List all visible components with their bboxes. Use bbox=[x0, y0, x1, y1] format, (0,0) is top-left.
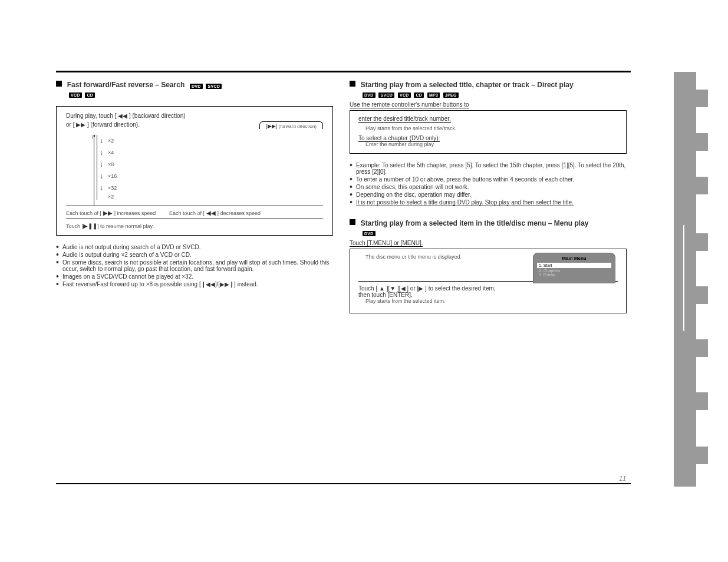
down-arrow-icon: ↓ bbox=[100, 135, 103, 147]
badge: DVD bbox=[190, 84, 203, 89]
diagram-text: During play, touch [ bbox=[66, 113, 116, 119]
diagram-text: Each touch of [ bbox=[169, 210, 205, 216]
menu-item: 2. Chapters bbox=[537, 269, 611, 273]
note-item: Audio is not output during search of a D… bbox=[62, 244, 201, 250]
up-arrow-icon: ▲ bbox=[379, 285, 385, 292]
note-item: On some discs, this operation will not w… bbox=[356, 184, 469, 190]
badge: DVD bbox=[363, 231, 375, 236]
down-arrow-icon: ↓ bbox=[100, 147, 103, 158]
thumb-tab[interactable] bbox=[696, 339, 708, 357]
thumb-tab[interactable] bbox=[696, 286, 708, 304]
diagram-text: ] decreases speed bbox=[218, 210, 261, 216]
search-diagram: During play, touch [ ◀◀ ] (backward dire… bbox=[56, 106, 333, 236]
note-item: Fast reverse/Fast forward up to ×8 is po… bbox=[62, 281, 258, 287]
badge: CD bbox=[414, 92, 424, 98]
menu-title: Main Menu bbox=[537, 256, 611, 261]
step-line: enter the desired title/track number. bbox=[358, 115, 451, 123]
square-bullet-icon bbox=[350, 219, 355, 225]
diagram-text: ] (backward direction) bbox=[129, 113, 186, 119]
menu-item: 1. Start bbox=[537, 263, 611, 268]
badge-row-bottom: VCD CD bbox=[69, 91, 333, 98]
diagram-text: or [ bbox=[66, 121, 74, 128]
thumb-index-sidebar bbox=[674, 72, 696, 487]
forward-icon: ▶▶ bbox=[268, 123, 276, 129]
badge-row-top: DVD SVCD bbox=[190, 82, 223, 89]
down-arrow-icon: ↓ bbox=[100, 182, 103, 194]
badge: DVD bbox=[363, 92, 375, 98]
down-arrow-icon: ↓ bbox=[100, 158, 103, 170]
section-heading: Starting play from a selected title, cha… bbox=[350, 81, 627, 89]
note-item: Example: To select the 5th chapter, pres… bbox=[356, 162, 627, 175]
bullet-icon: • bbox=[350, 199, 353, 206]
section-heading: Fast forward/Fast reverse – Search DVD S… bbox=[56, 81, 333, 89]
down-arrow-icon: ↓ bbox=[100, 170, 103, 182]
thumb-tab[interactable] bbox=[696, 133, 708, 151]
instruction-box: The disc menu or title menu is displayed… bbox=[350, 249, 627, 313]
forward-icon: ▶▶ bbox=[76, 121, 85, 128]
badge-row: DVD SVCD VCD CD MP3 JPEG bbox=[363, 91, 627, 98]
diagram-text: ] (forward direction). bbox=[87, 121, 140, 128]
step-sub: Enter the number during play. bbox=[365, 141, 618, 147]
step-line-tail: ] to select the desired item, bbox=[425, 285, 496, 292]
note-item: Audio is output during ×2 search of a VC… bbox=[62, 252, 192, 258]
step-sub: Play starts from the selected item. bbox=[365, 298, 618, 304]
bullet-icon: • bbox=[56, 259, 59, 272]
play-pause-icon: ▶❚❚ bbox=[83, 223, 97, 229]
right-arrow-icon: ▶ bbox=[419, 285, 423, 292]
resume-text: Touch [ bbox=[66, 223, 83, 229]
badge: MP3 bbox=[427, 92, 440, 98]
badge: VCD bbox=[398, 92, 411, 98]
badge: SVCD bbox=[378, 92, 394, 98]
speed-step: ×4 bbox=[108, 150, 114, 156]
badge: CD bbox=[85, 92, 95, 98]
square-bullet-icon bbox=[350, 81, 355, 87]
page-number: 11 bbox=[619, 475, 722, 482]
page-content: Fast forward/Fast reverse – Search DVD S… bbox=[56, 71, 631, 313]
diagram-text: Each touch of [ bbox=[66, 210, 101, 216]
section-title: Starting play from a selected title, cha… bbox=[361, 81, 574, 89]
arrow-label-box: [▶▶] (forward direction) bbox=[259, 121, 323, 129]
badge-row: DVD bbox=[363, 230, 627, 236]
step-line: Use the remote controller's number butto… bbox=[350, 101, 469, 108]
rewind-icon: ◀◀ bbox=[206, 210, 216, 216]
note-item: Depending on the disc, operation may dif… bbox=[356, 191, 472, 198]
bullet-icon: • bbox=[56, 281, 59, 287]
badge: JPEG bbox=[443, 92, 459, 98]
badge: SVCD bbox=[206, 84, 222, 89]
down-arrow-icon: ▼ bbox=[390, 285, 396, 292]
left-column: Fast forward/Fast reverse – Search DVD S… bbox=[56, 81, 333, 313]
speed-step: ×32 bbox=[108, 185, 117, 191]
badge: VCD bbox=[69, 92, 82, 98]
main-menu-preview: Main Menu 1. Start 2. Chapters 3. Extras bbox=[533, 253, 615, 283]
speed-step: ×2 bbox=[108, 138, 114, 144]
note-item: Images on a SVCD/VCD cannot be played at… bbox=[62, 273, 193, 280]
thumb-tab[interactable] bbox=[696, 392, 708, 410]
left-arrow-icon: ◀ bbox=[401, 285, 406, 292]
section-heading: Starting play from a selected item in th… bbox=[350, 219, 627, 227]
menu-item: 3. Extras bbox=[537, 273, 611, 277]
note-item: To enter a number of 10 or above, press … bbox=[356, 176, 574, 183]
diagram-text: ] increases speed bbox=[114, 210, 156, 216]
note-item: On some discs, search is not possible at… bbox=[62, 259, 333, 272]
instruction-box: enter the desired title/track number. Pl… bbox=[350, 110, 627, 154]
thumb-tab[interactable] bbox=[696, 90, 708, 107]
step-sub: Play starts from the selected title/trac… bbox=[365, 125, 618, 131]
notes-list: •Audio is not output during search of a … bbox=[56, 244, 333, 287]
bullet-icon: • bbox=[350, 162, 353, 175]
forward-icon: ▶▶ bbox=[103, 210, 113, 216]
thumb-tab[interactable] bbox=[696, 233, 708, 251]
loop-arrow-icon: ↱ bbox=[91, 134, 96, 140]
top-rule bbox=[56, 71, 631, 72]
note-item: It is not possible to select a title dur… bbox=[356, 199, 574, 206]
step-line: then touch [ENTER]. bbox=[358, 292, 618, 298]
thumb-tab[interactable] bbox=[696, 177, 708, 194]
bottom-rule bbox=[56, 483, 631, 484]
step-line: Touch [T.MENU] or [MENU]. bbox=[350, 240, 423, 247]
thumb-tab[interactable] bbox=[696, 447, 708, 464]
notes-list: •Example: To select the 5th chapter, pre… bbox=[350, 162, 627, 206]
rewind-icon: ◀◀ bbox=[118, 113, 127, 119]
square-bullet-icon bbox=[56, 81, 62, 87]
speed-step: ×2 bbox=[108, 194, 117, 200]
speed-step: ×16 bbox=[108, 173, 117, 179]
section-title: Fast forward/Fast reverse – Search bbox=[67, 81, 185, 89]
